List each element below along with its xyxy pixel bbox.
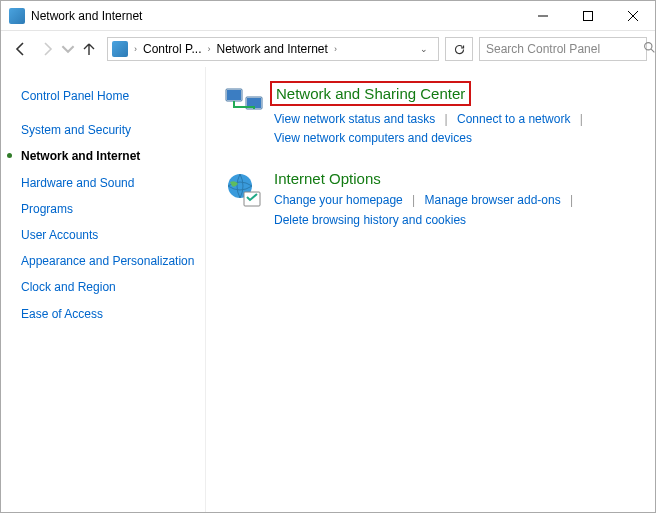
link-view-network-status[interactable]: View network status and tasks: [274, 112, 435, 126]
search-box[interactable]: [479, 37, 647, 61]
main-panel: Network and Sharing Center View network …: [206, 67, 655, 512]
sidebar: Control Panel Home System and Security N…: [1, 67, 206, 512]
sidebar-item-ease-access[interactable]: Ease of Access: [21, 301, 195, 327]
divider: |: [439, 112, 454, 126]
breadcrumb-segment[interactable]: Control P...: [139, 42, 205, 56]
svg-rect-3: [227, 90, 241, 100]
chevron-right-icon[interactable]: ›: [132, 44, 139, 54]
link-connect-network[interactable]: Connect to a network: [457, 112, 570, 126]
sidebar-item-system-security[interactable]: System and Security: [21, 117, 195, 143]
sidebar-item-programs[interactable]: Programs: [21, 196, 195, 222]
breadcrumb[interactable]: › Control P... › Network and Internet › …: [107, 37, 439, 61]
chevron-right-icon[interactable]: ›: [332, 44, 339, 54]
chevron-right-icon[interactable]: ›: [205, 44, 212, 54]
window-title: Network and Internet: [31, 9, 520, 23]
search-input[interactable]: [484, 41, 639, 57]
recent-dropdown-icon[interactable]: [61, 37, 75, 61]
maximize-button[interactable]: [565, 1, 610, 30]
internet-options-icon: [224, 172, 264, 212]
refresh-button[interactable]: [445, 37, 473, 61]
link-view-computers-devices[interactable]: View network computers and devices: [274, 131, 472, 145]
link-delete-history[interactable]: Delete browsing history and cookies: [274, 213, 466, 227]
breadcrumb-segment[interactable]: Network and Internet: [212, 42, 331, 56]
back-button[interactable]: [9, 37, 33, 61]
titlebar: Network and Internet: [1, 1, 655, 31]
minimize-button[interactable]: [520, 1, 565, 30]
category-title[interactable]: Internet Options: [274, 170, 641, 187]
divider: |: [574, 112, 589, 126]
svg-rect-0: [583, 11, 592, 20]
network-sharing-icon: [224, 83, 264, 123]
address-bar: › Control P... › Network and Internet › …: [1, 31, 655, 67]
category-network-sharing: Network and Sharing Center View network …: [224, 81, 641, 148]
sidebar-item-hardware-sound[interactable]: Hardware and Sound: [21, 170, 195, 196]
sidebar-item-network-internet[interactable]: Network and Internet: [21, 143, 195, 169]
sidebar-item-clock-region[interactable]: Clock and Region: [21, 274, 195, 300]
sidebar-item-user-accounts[interactable]: User Accounts: [21, 222, 195, 248]
close-button[interactable]: [610, 1, 655, 30]
divider: |: [406, 193, 421, 207]
forward-button[interactable]: [35, 37, 59, 61]
svg-point-1: [645, 43, 652, 50]
link-manage-addons[interactable]: Manage browser add-ons: [425, 193, 561, 207]
divider: |: [564, 193, 579, 207]
up-button[interactable]: [77, 37, 101, 61]
link-change-homepage[interactable]: Change your homepage: [274, 193, 403, 207]
search-icon[interactable]: [639, 41, 656, 57]
chevron-down-icon[interactable]: ⌄: [414, 44, 434, 54]
location-icon: [112, 41, 128, 57]
window-icon: [9, 8, 25, 24]
sidebar-home[interactable]: Control Panel Home: [21, 83, 195, 109]
category-internet-options: Internet Options Change your homepage | …: [224, 170, 641, 229]
sidebar-item-appearance[interactable]: Appearance and Personalization: [21, 248, 195, 274]
category-title[interactable]: Network and Sharing Center: [270, 81, 471, 106]
